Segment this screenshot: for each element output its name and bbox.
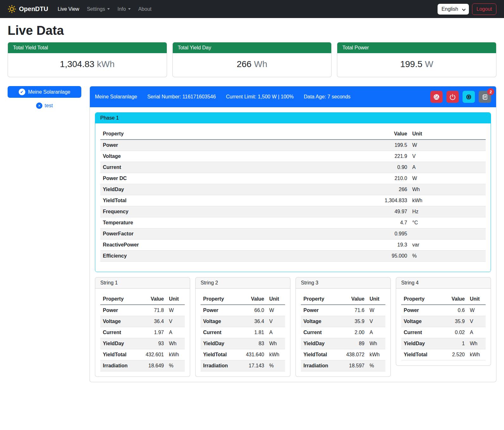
unit-cell: A xyxy=(467,327,486,338)
table-row: Current0.90A xyxy=(100,162,486,173)
unit-cell: V xyxy=(166,316,185,327)
sidebar-item-test[interactable]: ✕ test xyxy=(8,103,81,109)
card-value-row: 199.5W xyxy=(337,53,496,77)
string-table: Property Value Unit Power66.0WVoltage36.… xyxy=(201,294,285,371)
table-row: Power71.6W xyxy=(301,305,385,316)
value-cell: 0.6 xyxy=(439,305,467,316)
property-cell: Power xyxy=(100,140,285,151)
table-header-row: Property Value Unit xyxy=(100,294,185,305)
value-cell: 1.81 xyxy=(238,327,267,338)
property-cell: YieldDay xyxy=(201,338,238,349)
property-cell: PowerFactor xyxy=(100,228,285,240)
string-table: Property Value Unit Power0.6WVoltage35.9… xyxy=(401,294,486,360)
table-row: YieldDay1Wh xyxy=(401,338,486,349)
table-row: YieldDay83Wh xyxy=(201,338,285,349)
nav-item-settings[interactable]: Settings xyxy=(83,4,114,15)
language-select[interactable]: English xyxy=(438,4,469,15)
sidebar-item-meine-solaranlage[interactable]: ✔ Meine Solaranlage xyxy=(8,86,81,98)
column-header-value: Value xyxy=(238,294,267,305)
property-cell: Frequency xyxy=(100,206,285,217)
property-cell: Power xyxy=(100,305,138,316)
value-cell: 0.995 xyxy=(285,228,410,240)
nav-item-info[interactable]: Info xyxy=(114,4,134,15)
property-cell: YieldTotal xyxy=(301,349,339,360)
unit-cell: °C xyxy=(410,217,486,228)
restart-device-button[interactable] xyxy=(463,91,475,103)
inverter-panel: Meine Solaranlage Serial Number: 1161716… xyxy=(90,86,496,382)
value-cell: 89 xyxy=(339,338,367,349)
card-unit: W xyxy=(425,59,433,69)
unit-cell: kWh xyxy=(467,349,486,360)
unit-cell: V xyxy=(367,316,385,327)
value-cell: 19.3 xyxy=(285,240,410,251)
table-row: YieldTotal2.520kWh xyxy=(401,349,486,360)
table-row: Efficiency95.000% xyxy=(100,251,486,262)
chevron-down-icon xyxy=(107,8,110,10)
table-row: ReactivePower19.3var xyxy=(100,240,486,251)
table-header-row: Property Value Unit xyxy=(201,294,285,305)
property-cell: Current xyxy=(201,327,238,338)
total-power-card: Total Power 199.5W xyxy=(337,42,496,77)
unit-cell: var xyxy=(410,240,486,251)
table-header-row: Property Value Unit xyxy=(301,294,385,305)
property-cell: Current xyxy=(100,327,138,338)
table-row: YieldTotal1,304.833kWh xyxy=(100,195,486,206)
unit-cell xyxy=(410,228,486,240)
value-cell: 432.601 xyxy=(138,349,166,360)
unit-cell: Wh xyxy=(410,184,486,195)
value-cell: 83 xyxy=(238,338,267,349)
power-button[interactable] xyxy=(446,91,459,103)
sun-icon xyxy=(8,5,16,13)
string-table: Property Value Unit Power71.8WVoltage36.… xyxy=(100,294,185,371)
property-cell: YieldTotal xyxy=(100,195,285,206)
column-header-value: Value xyxy=(339,294,367,305)
property-cell: Current xyxy=(301,327,339,338)
unit-cell: A xyxy=(267,327,285,338)
value-cell: 71.8 xyxy=(138,305,166,316)
unit-cell: A xyxy=(166,327,185,338)
table-row: Current1.81A xyxy=(201,327,285,338)
column-header-value: Value xyxy=(285,128,410,140)
nav-item-about[interactable]: About xyxy=(134,4,155,15)
unit-cell: W xyxy=(367,305,385,316)
table-row: Irradiation17.143% xyxy=(201,360,285,371)
inverter-panel-header: Meine Solaranlage Serial Number: 1161716… xyxy=(90,86,496,107)
limit-settings-button[interactable] xyxy=(430,91,443,103)
chevron-down-icon xyxy=(128,8,131,10)
table-row: Irradiation18.649% xyxy=(100,360,185,371)
value-cell: 266 xyxy=(285,184,410,195)
property-cell: YieldDay xyxy=(100,338,138,349)
unit-cell: W xyxy=(166,305,185,316)
value-cell: 199.5 xyxy=(285,140,410,151)
chevron-down-icon xyxy=(462,7,465,11)
table-row: Power71.8W xyxy=(100,305,185,316)
unit-cell: kWh xyxy=(267,349,285,360)
property-cell: YieldDay xyxy=(100,184,285,195)
value-cell: 66.0 xyxy=(238,305,267,316)
logout-button[interactable]: Logout xyxy=(472,3,496,15)
table-row: YieldDay89Wh xyxy=(301,338,385,349)
value-cell: 71.6 xyxy=(339,305,367,316)
table-row: Current1.97A xyxy=(100,327,185,338)
unit-cell: V xyxy=(467,316,486,327)
phase-title: Phase 1 xyxy=(95,113,491,123)
table-row: Power66.0W xyxy=(201,305,285,316)
page-title: Live Data xyxy=(8,23,496,38)
property-cell: Power xyxy=(301,305,339,316)
nav-item-label: Info xyxy=(117,6,126,12)
value-cell: 36.4 xyxy=(238,316,267,327)
language-select-value: English xyxy=(442,6,458,12)
inverter-sidebar: ✔ Meine Solaranlage ✕ test xyxy=(8,86,81,109)
total-yield-day-card: Total Yield Day 266Wh xyxy=(172,42,332,77)
string-table: Property Value Unit Power71.6WVoltage35.… xyxy=(301,294,385,371)
nav-item-label: About xyxy=(138,6,152,12)
nav-item-live-view[interactable]: Live View xyxy=(54,4,83,15)
unit-cell: kWh xyxy=(367,349,385,360)
unit-cell: kWh xyxy=(166,349,185,360)
event-log-button[interactable]: 2 xyxy=(479,91,491,103)
unit-cell: Wh xyxy=(166,338,185,349)
property-cell: YieldDay xyxy=(301,338,339,349)
check-circle-icon: ✔ xyxy=(19,89,25,95)
string-title: String 4 xyxy=(396,277,491,289)
property-cell: Power xyxy=(201,305,238,316)
